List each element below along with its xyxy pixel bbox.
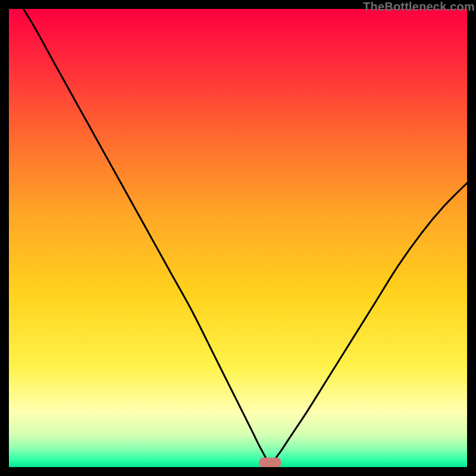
plot-area [9, 9, 467, 467]
optimum-marker [259, 458, 282, 467]
chart-frame: TheBottleneck.com [0, 0, 476, 476]
watermark: TheBottleneck.com [363, 0, 475, 14]
bottleneck-curve [9, 9, 467, 467]
